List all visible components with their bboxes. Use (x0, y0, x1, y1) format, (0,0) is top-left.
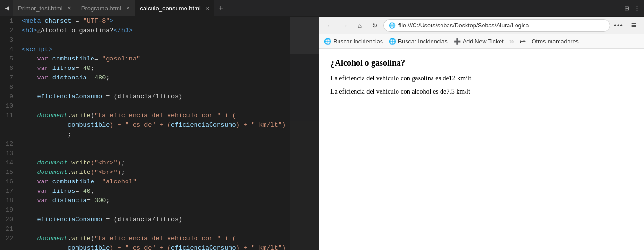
browser-nav-bar: ← → ⌂ ↻ 🌐 file:///C:/Users/sebas/Desktop… (319, 17, 644, 34)
bookmarks-more-label: Otros marcadores (532, 38, 579, 45)
code-line-2: <h3>¿Alcohol o gasolina?</h3> (22, 26, 319, 35)
bookmark-item-add-ticket[interactable]: ➕ Add New Ticket (453, 38, 504, 45)
code-line-11b: combustible) + " es de" + (eficienciaCon… (22, 121, 319, 130)
tab-close-icon[interactable]: × (126, 5, 130, 11)
home-button[interactable]: ⌂ (353, 19, 366, 32)
line-numbers: 1 2 3 4 5 6 7 8 9 10 11 12 13 14 15 16 1… (0, 17, 17, 250)
refresh-button[interactable]: ↻ (368, 19, 381, 32)
home-icon: ⌂ (358, 22, 362, 29)
code-line-7: var distancia= 480; (22, 73, 319, 83)
code-line-19 (22, 206, 319, 215)
back-button[interactable]: ← (323, 19, 336, 32)
forward-icon: → (341, 22, 348, 29)
nav-more-icon: ••• (614, 21, 623, 30)
code-content[interactable]: <meta charset = "UTF-8"> <h3>¿Alcohol o … (17, 17, 319, 250)
bookmark-item-buscar-2[interactable]: 🌐 Buscar Incidencias (389, 38, 448, 45)
tab-calculo-consumo[interactable]: calculo_consumo.html × (135, 0, 214, 16)
split-icon[interactable]: ⋮ (632, 5, 642, 12)
bookmark-label-add-ticket: Add New Ticket (463, 38, 504, 45)
page-heading: ¿Alcohol o gasolina? (330, 58, 633, 68)
tabs-bar: ◀ Primer_test.html × Programa.html × cal… (0, 0, 644, 17)
code-line-16: var combustible= "alcohol" (22, 177, 319, 187)
bookmark-globe-icon-1: 🌐 (324, 38, 331, 45)
code-line-11c: ; (22, 130, 319, 139)
code-line-11: document.write("La eficiencia del vehicu… (22, 111, 319, 121)
nav-menu-button[interactable]: ≡ (627, 19, 640, 32)
code-line-1: <meta charset = "UTF-8"> (22, 17, 319, 26)
bookmark-globe-icon-2: 🌐 (389, 38, 396, 45)
code-line-3 (22, 35, 319, 45)
bookmark-label-1: Buscar Incidencias (333, 38, 383, 45)
code-line-9: eficienciaConsumo = (distancia/litros) (22, 92, 319, 102)
code-line-20: eficienciaConsumo = (distancia/litros) (22, 215, 319, 224)
refresh-icon: ↻ (372, 22, 378, 29)
minimap-thumb (290, 17, 319, 54)
tab-label: Primer_test.html (18, 5, 63, 12)
address-bar[interactable]: 🌐 file:///C:/Users/sebas/Desktop/Sebas/A… (383, 19, 610, 32)
bookmark-label-2: Buscar Incidencias (398, 38, 448, 45)
code-line-12 (22, 139, 319, 149)
browser-panel: ← → ⌂ ↻ 🌐 file:///C:/Users/sebas/Desktop… (319, 17, 644, 250)
code-line-5: var combustible= "gasolina" (22, 54, 319, 64)
code-area[interactable]: 1 2 3 4 5 6 7 8 9 10 11 12 13 14 15 16 1… (0, 17, 319, 250)
code-line-14: document.write("<br>"); (22, 158, 319, 168)
address-text: file:///C:/Users/sebas/Desktop/Sebas/Alu… (398, 22, 605, 29)
bookmark-add-icon: ➕ (453, 38, 461, 45)
code-line-17: var litros= 40; (22, 187, 319, 196)
tab-close-icon[interactable]: × (205, 5, 209, 12)
code-line-22: document.write("La eficiencia del vehicu… (22, 234, 319, 243)
bookmarks-separator: » (509, 36, 514, 46)
code-line-22b: combustible) + " es de" + (eficienciaCon… (22, 243, 319, 250)
nav-menu-icon: ≡ (631, 20, 636, 30)
code-line-15: document.write("<br>"); (22, 168, 319, 177)
nav-more-button[interactable]: ••• (612, 19, 625, 32)
new-tab-button[interactable]: + (214, 0, 228, 16)
tab-label: calculo_consumo.html (140, 5, 201, 12)
forward-button[interactable]: → (338, 19, 351, 32)
code-line-18: var distancia= 300; (22, 196, 319, 206)
tab-programa[interactable]: Programa.html × (76, 0, 135, 16)
code-line-10 (22, 102, 319, 111)
code-line-8 (22, 83, 319, 92)
layout-icon[interactable]: ⊞ (622, 5, 631, 12)
code-line-13 (22, 149, 319, 158)
minimap (290, 17, 319, 250)
back-icon: ← (326, 22, 333, 29)
tab-prev-button[interactable]: ◀ (0, 0, 13, 16)
tab-close-icon[interactable]: × (68, 5, 71, 11)
code-line-6: var litros= 40; (22, 64, 319, 73)
tab-label: Programa.html (81, 5, 121, 12)
main-layout: 1 2 3 4 5 6 7 8 9 10 11 12 13 14 15 16 1… (0, 17, 644, 250)
code-line-4: <script> (22, 45, 319, 54)
browser-content: ¿Alcohol o gasolina? La eficiencia del v… (319, 49, 644, 250)
tab-primer-test[interactable]: Primer_test.html × (13, 0, 76, 16)
editor-panel: 1 2 3 4 5 6 7 8 9 10 11 12 13 14 15 16 1… (0, 17, 319, 250)
tabs-right-icons: ⊞ ⋮ (622, 0, 644, 16)
code-line-21 (22, 224, 319, 234)
bookmarks-folder-icon: 🗁 (520, 38, 526, 45)
address-globe-icon: 🌐 (389, 22, 396, 29)
bookmarks-bar: 🌐 Buscar Incidencias 🌐 Buscar Incidencia… (319, 34, 644, 49)
bookmark-item-buscar-1[interactable]: 🌐 Buscar Incidencias (324, 38, 383, 45)
page-line-2: La eficiencia del vehiculo con alcohol e… (330, 88, 633, 95)
page-line-1: La eficiencia del vehiculo con gasolina … (330, 75, 633, 82)
